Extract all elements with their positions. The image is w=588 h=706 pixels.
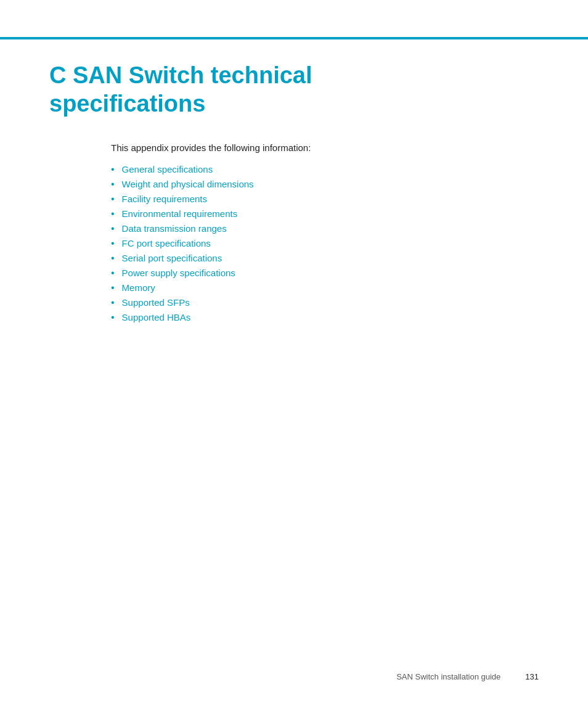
- toc-link-10[interactable]: Supported HBAs: [122, 312, 191, 322]
- toc-link-6[interactable]: Serial port specifications: [122, 253, 223, 263]
- toc-list-item[interactable]: Supported HBAs: [111, 312, 539, 323]
- page: C SAN Switch technical specifications Th…: [0, 0, 588, 706]
- toc-list-item[interactable]: Data transmission ranges: [111, 223, 539, 234]
- toc-link-5[interactable]: FC port specifications: [122, 238, 211, 248]
- toc-list-item[interactable]: Weight and physical dimensions: [111, 179, 539, 190]
- toc-list-item[interactable]: FC port specifications: [111, 238, 539, 249]
- footer-page-number: 131: [525, 672, 539, 681]
- toc-list-item[interactable]: Power supply specifications: [111, 268, 539, 279]
- toc-link-9[interactable]: Supported SFPs: [122, 297, 190, 308]
- chapter-title-line2: specifications: [49, 91, 205, 117]
- toc-list: General specificationsWeight and physica…: [111, 164, 539, 323]
- toc-link-2[interactable]: Facility requirements: [122, 194, 207, 204]
- toc-list-item[interactable]: Serial port specifications: [111, 253, 539, 264]
- top-border: [0, 37, 588, 39]
- toc-link-1[interactable]: Weight and physical dimensions: [122, 179, 254, 189]
- toc-list-item[interactable]: General specifications: [111, 164, 539, 175]
- chapter-title-line1: C SAN Switch technical: [49, 62, 312, 88]
- chapter-title: C SAN Switch technical specifications: [49, 62, 539, 118]
- toc-link-7[interactable]: Power supply specifications: [122, 268, 235, 278]
- toc-link-4[interactable]: Data transmission ranges: [122, 223, 227, 234]
- toc-list-item[interactable]: Supported SFPs: [111, 297, 539, 308]
- intro-text: This appendix provides the following inf…: [111, 142, 539, 153]
- footer-guide-text: SAN Switch installation guide: [396, 672, 500, 681]
- toc-list-item[interactable]: Environmental requirements: [111, 208, 539, 220]
- toc-link-0[interactable]: General specifications: [122, 164, 213, 174]
- toc-link-8[interactable]: Memory: [122, 282, 155, 293]
- content: C SAN Switch technical specifications Th…: [0, 0, 588, 376]
- toc-link-3[interactable]: Environmental requirements: [122, 208, 238, 219]
- toc-list-item[interactable]: Facility requirements: [111, 194, 539, 205]
- toc-list-item[interactable]: Memory: [111, 282, 539, 293]
- footer: SAN Switch installation guide 131: [396, 672, 539, 681]
